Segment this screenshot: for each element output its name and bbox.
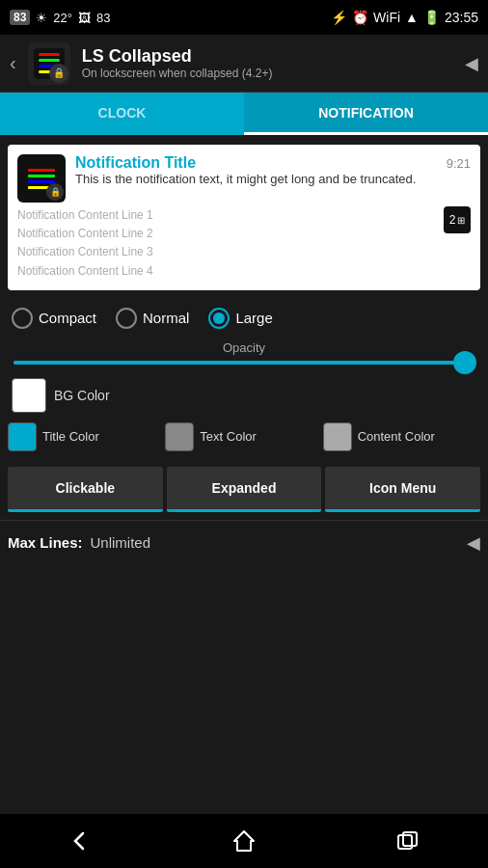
text-color-swatch[interactable] <box>165 422 194 451</box>
signal-icon: ▲ <box>405 10 419 25</box>
notification-preview: 🔒 Notification Title 9:21 This is the no… <box>8 145 480 290</box>
radio-compact-circle <box>12 308 33 329</box>
nav-home-icon <box>230 827 258 854</box>
action-buttons: Clickable Expanded Icon Menu <box>8 467 480 512</box>
text-color-item[interactable]: Text Color <box>165 422 322 451</box>
content-color-swatch[interactable] <box>323 422 352 451</box>
header-subtitle: On lockscreen when collapsed (4.2+) <box>82 67 453 80</box>
notif-time: 9:21 <box>447 156 471 171</box>
status-battery-text: 83 <box>96 11 110 25</box>
nav-back-button[interactable] <box>52 822 110 860</box>
alarm-icon: ⏰ <box>352 10 368 25</box>
icon-menu-button[interactable]: Icon Menu <box>325 467 480 512</box>
notif-lines: Notification Content Line 1 Notification… <box>17 206 440 281</box>
radio-compact[interactable]: Compact <box>12 308 96 329</box>
opacity-section: Opacity <box>0 337 488 372</box>
status-right: ⚡ ⏰ WiFi ▲ 🔋 23:55 <box>331 10 478 25</box>
app-icon: 🔒 <box>28 42 70 85</box>
size-options: Compact Normal Large <box>0 300 488 337</box>
status-image-icon: 🖼 <box>78 11 91 25</box>
radio-large-label: Large <box>235 310 272 326</box>
status-temperature: 22° <box>53 11 72 25</box>
status-time: 23:55 <box>445 10 478 25</box>
notif-line-1: Notification Content Line 1 <box>17 206 440 225</box>
status-left: 83 ☀ 22° 🖼 83 <box>10 10 111 25</box>
status-sun-icon: ☀ <box>36 11 47 25</box>
radio-compact-label: Compact <box>39 310 96 326</box>
nav-recents-icon <box>393 827 420 854</box>
notif-badge: 2 ⊞ <box>444 206 471 233</box>
back-button[interactable]: ‹ <box>10 52 16 74</box>
max-lines-row[interactable]: Max Lines: Unlimited ◀ <box>0 520 488 565</box>
bluetooth-icon: ⚡ <box>331 10 347 25</box>
notif-header: 🔒 Notification Title 9:21 This is the no… <box>17 154 471 203</box>
header-arrow-icon: ◀ <box>465 53 478 74</box>
notif-content: Notification Title 9:21 This is the noti… <box>75 154 471 190</box>
header-text: LS Collapsed On lockscreen when collapse… <box>82 46 453 80</box>
bg-color-swatch[interactable] <box>12 378 46 413</box>
svg-marker-0 <box>234 831 254 851</box>
nav-back-icon <box>68 827 95 854</box>
color-row: Title Color Text Color Content Color <box>0 415 488 459</box>
max-lines-label: Max Lines: <box>8 534 83 551</box>
bg-color-row: BG Color <box>0 372 488 415</box>
radio-large[interactable]: Large <box>208 308 272 329</box>
title-color-item[interactable]: Title Color <box>8 422 165 451</box>
nav-home-button[interactable] <box>215 822 273 860</box>
main-content: 🔒 Notification Title 9:21 This is the no… <box>0 135 488 814</box>
tab-notification[interactable]: NOTIFICATION <box>244 93 488 135</box>
wifi-icon: WiFi <box>373 10 400 25</box>
notif-lock-icon: 🔒 <box>46 183 64 201</box>
battery-icon: 🔋 <box>423 10 440 25</box>
title-color-label: Title Color <box>42 429 99 444</box>
expanded-button[interactable]: Expanded <box>167 467 322 512</box>
radio-normal-label: Normal <box>143 310 189 326</box>
max-lines-arrow-icon: ◀ <box>467 532 480 554</box>
tabs: CLOCK NOTIFICATION <box>0 93 488 135</box>
notif-title: Notification Title <box>75 154 196 172</box>
notif-line-2: Notification Content Line 2 <box>17 225 440 243</box>
content-color-item[interactable]: Content Color <box>323 422 480 451</box>
opacity-fill <box>14 361 461 365</box>
opacity-label: Opacity <box>14 340 474 355</box>
status-battery-badge: 83 <box>10 10 30 25</box>
radio-normal[interactable]: Normal <box>116 308 189 329</box>
text-color-label: Text Color <box>200 429 257 444</box>
bg-color-label: BG Color <box>54 388 110 403</box>
title-color-swatch[interactable] <box>8 422 37 451</box>
clickable-button[interactable]: Clickable <box>8 467 163 512</box>
radio-large-circle <box>208 308 230 329</box>
tab-clock[interactable]: CLOCK <box>0 93 244 135</box>
nav-recents-button[interactable] <box>378 822 436 860</box>
content-color-label: Content Color <box>358 429 435 444</box>
radio-normal-circle <box>116 308 137 329</box>
max-lines-value: Unlimited <box>91 534 151 551</box>
header-title: LS Collapsed <box>82 46 453 67</box>
notif-body: This is the notification text, it might … <box>75 172 471 186</box>
lock-icon: 🔒 <box>49 64 68 83</box>
radio-large-inner <box>213 312 225 324</box>
notif-line-4: Notification Content Line 4 <box>17 262 440 281</box>
opacity-slider[interactable] <box>14 361 474 365</box>
notif-app-icon: 🔒 <box>17 154 66 203</box>
notif-line-3: Notification Content Line 3 <box>17 243 440 261</box>
status-bar: 83 ☀ 22° 🖼 83 ⚡ ⏰ WiFi ▲ 🔋 23:55 <box>0 0 488 35</box>
opacity-thumb[interactable] <box>453 351 476 374</box>
header: ‹ 🔒 LS Collapsed On lockscreen when coll… <box>0 35 488 93</box>
bottom-nav <box>0 814 488 868</box>
